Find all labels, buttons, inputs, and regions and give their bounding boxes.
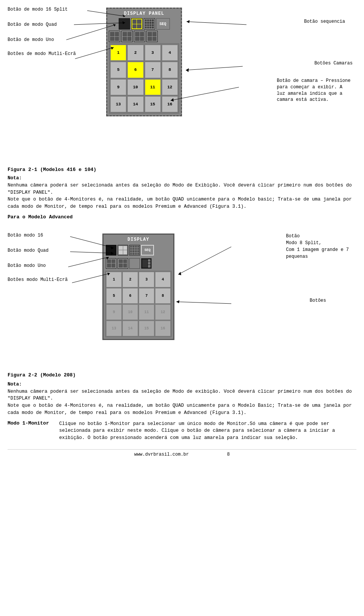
cam-btn-8[interactable]: 8 xyxy=(162,62,178,78)
svg-line-22 xyxy=(178,247,231,274)
cam-btn2-7[interactable]: 7 xyxy=(139,288,154,304)
camera-grid-2: 1 2 3 4 5 6 7 8 9 10 11 12 13 14 15 16 xyxy=(105,271,172,337)
cam-btn2-15[interactable]: 15 xyxy=(139,321,154,336)
svg-line-8 xyxy=(187,22,246,25)
cam-btn-1[interactable]: 1 xyxy=(110,45,126,61)
note2-text1: Nenhuma câmera poderá ser selecionada an… xyxy=(8,389,352,401)
btn-mode-16-1[interactable] xyxy=(144,18,155,30)
figure1-caption: Figura 2-1 (Modelos 416 e 104) xyxy=(8,167,356,172)
panel-title-1: DISPLAY PANEL xyxy=(109,10,179,17)
cam-btn-4[interactable]: 4 xyxy=(162,45,178,61)
cam-btn2-10[interactable]: 10 xyxy=(122,304,138,320)
note1-text1: Nenhuma câmera poderá ser selecionada an… xyxy=(8,183,352,195)
section2-heading: Para o Modelo Advanced xyxy=(8,214,356,220)
cam-btn-6[interactable]: 6 xyxy=(127,62,143,78)
panel-title-2: DISPLAY xyxy=(105,236,172,243)
svg-line-24 xyxy=(176,302,231,304)
cam-btn2-2[interactable]: 2 xyxy=(122,272,138,287)
btn-empty-2 xyxy=(129,258,140,269)
label-quad: Botão de modo Quad xyxy=(8,22,57,27)
cam-btn2-1[interactable]: 1 xyxy=(106,272,122,287)
figure2-area: Botão modo 16 Botão modo Quad Botão modo… xyxy=(8,222,356,370)
btn-8split[interactable] xyxy=(141,258,152,269)
note1-block: Nota: Nenhuma câmera poderá ser selecion… xyxy=(8,175,356,210)
cam-btn2-8[interactable]: 8 xyxy=(155,288,171,304)
label-camera-btn: Botão de camara – Pressione para começar… xyxy=(277,78,353,103)
svg-marker-25 xyxy=(176,300,179,303)
label-16split: Botão de modo 16 Split xyxy=(8,7,67,12)
btn-multi-2a[interactable] xyxy=(106,258,116,269)
cam-btn2-6[interactable]: 6 xyxy=(122,288,138,304)
btn-multi-1d[interactable] xyxy=(146,31,158,42)
page-number: 8 xyxy=(227,452,230,457)
footer-url: www.dvrbrasil.com.br xyxy=(134,452,189,457)
display-panel-1: DISPLAY PANEL SEQ xyxy=(106,8,182,116)
cam-btn-3[interactable]: 3 xyxy=(145,45,161,61)
multi-row-2 xyxy=(105,257,172,270)
figure2-caption: Figura 2-2 (Modelo 208) xyxy=(8,372,356,378)
cam-btn-12[interactable]: 12 xyxy=(162,79,178,95)
page-footer: www.dvrbrasil.com.br 8 xyxy=(8,449,356,457)
page-container: Botão de modo 16 Split Botão de modo Qua… xyxy=(0,0,364,465)
svg-line-10 xyxy=(186,66,243,70)
cam-btn-10[interactable]: 10 xyxy=(127,79,143,95)
cam-btn-15[interactable]: 15 xyxy=(145,96,161,112)
label2-uno: Botão modo Uno xyxy=(8,263,46,268)
cam-btn-16[interactable]: 16 xyxy=(162,96,178,112)
label-multi: Botões de modo Mutli-Ecrã xyxy=(8,51,76,57)
btn-mode-quad-1[interactable] xyxy=(131,18,143,30)
note2-label: Nota: xyxy=(8,382,22,387)
modo1-text: Clique no botão 1-Monitor para seleciona… xyxy=(59,420,356,442)
btn-mode-uno-1[interactable] xyxy=(119,18,130,30)
cam-btn2-3[interactable]: 3 xyxy=(139,272,154,287)
cam-btn-2[interactable]: 2 xyxy=(127,45,143,61)
camera-grid-1: 1 2 3 4 5 6 7 8 9 10 11 12 13 14 15 16 xyxy=(109,43,179,114)
btn-quad-2[interactable] xyxy=(118,245,128,255)
label2-split8: BotãoModo 8 Split,Com 1 imagem grande e … xyxy=(286,233,349,260)
cam-btn-9[interactable]: 9 xyxy=(110,79,126,95)
note1-label: Nota: xyxy=(8,176,22,181)
cam-btn2-11[interactable]: 11 xyxy=(139,304,154,320)
cam-btn2-4[interactable]: 4 xyxy=(155,272,171,287)
label-cameras: Botões Camaras xyxy=(314,61,353,66)
svg-marker-23 xyxy=(178,272,181,275)
label-seq: Botão sequencia xyxy=(304,19,345,24)
btn-multi-2b[interactable] xyxy=(118,258,128,269)
btn-seq-2[interactable]: SEQ xyxy=(141,245,154,255)
multi-row-1 xyxy=(109,31,179,42)
modo1-row: Modo 1-Monitor Clique no botão 1-Monitor… xyxy=(8,420,356,442)
cam-btn-5[interactable]: 5 xyxy=(110,62,126,78)
label2-multi: Botões modo Multi-Ecrã xyxy=(8,277,67,283)
note2-block: Nota: Nenhuma câmera poderá ser selecion… xyxy=(8,381,356,417)
note2-text2: Note que o botão de 4-Monitores é, na re… xyxy=(8,403,352,415)
cam-btn2-16[interactable]: 16 xyxy=(155,321,171,336)
btn-uno-2[interactable] xyxy=(106,245,116,255)
note1-text2: Note que o botão de 4-Monitores é, na re… xyxy=(8,197,352,209)
cam-btn-11[interactable]: 11 xyxy=(145,79,161,95)
label2-botoes: Botões xyxy=(310,298,326,303)
label-uno: Botão de modo Uno xyxy=(8,37,54,42)
cam-btn-13[interactable]: 13 xyxy=(110,96,126,112)
cam-btn2-13[interactable]: 13 xyxy=(106,321,122,336)
btn-multi-1a[interactable] xyxy=(109,31,120,42)
label2-16: Botão modo 16 xyxy=(8,233,43,238)
figure1-area: Botão de modo 16 Split Botão de modo Qua… xyxy=(8,4,356,163)
display-panel-2: DISPLAY SEQ xyxy=(102,234,174,340)
cam-btn2-9[interactable]: 9 xyxy=(106,304,122,320)
top-buttons-row-2: SEQ xyxy=(105,244,172,256)
btn-seq-1[interactable]: SEQ xyxy=(156,18,170,30)
cam-btn-7[interactable]: 7 xyxy=(145,62,161,78)
btn-16-2[interactable] xyxy=(129,245,140,255)
cam-btn2-5[interactable]: 5 xyxy=(106,288,122,304)
btn-multi-1b[interactable] xyxy=(121,31,133,42)
btn-multi-1c[interactable] xyxy=(134,31,145,42)
svg-marker-11 xyxy=(186,68,189,72)
cam-btn-14[interactable]: 14 xyxy=(127,96,143,112)
modo1-label: Modo 1-Monitor xyxy=(8,420,53,442)
label2-quad: Botão modo Quad xyxy=(8,248,49,253)
top-buttons-row-1: SEQ xyxy=(109,18,179,30)
svg-marker-9 xyxy=(187,20,190,23)
cam-btn2-12[interactable]: 12 xyxy=(155,304,171,320)
cam-btn2-14[interactable]: 14 xyxy=(122,321,138,336)
